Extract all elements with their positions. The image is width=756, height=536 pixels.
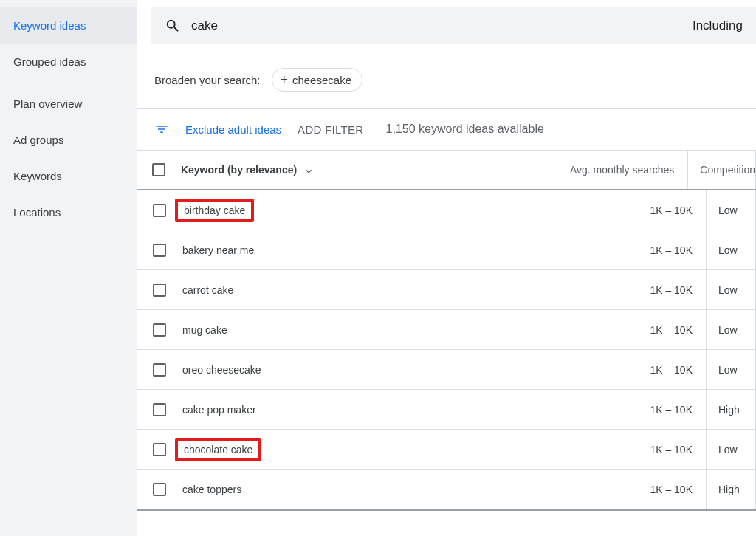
header-avg[interactable]: Avg. monthly searches bbox=[467, 151, 688, 189]
table-row: cake toppers1K – 10KHigh bbox=[137, 470, 756, 509]
avg-searches-cell: 1K – 10K bbox=[478, 270, 707, 309]
table-header: Keyword (by relevance) Avg. monthly sear… bbox=[137, 151, 756, 190]
including-label[interactable]: Including bbox=[693, 18, 743, 33]
keyword-table: Keyword (by relevance) Avg. monthly sear… bbox=[137, 150, 756, 511]
avg-searches-cell: 1K – 10K bbox=[478, 470, 707, 509]
sidebar-item-grouped-ideas[interactable]: Grouped ideas bbox=[0, 44, 137, 80]
sidebar-item-plan-overview[interactable]: Plan overview bbox=[0, 86, 137, 122]
table-row: birthday cake1K – 10KLow bbox=[137, 190, 756, 230]
search-icon bbox=[165, 18, 181, 34]
table-row: chocolate cake1K – 10KLow bbox=[137, 430, 756, 470]
competition-cell: Low bbox=[707, 350, 756, 389]
keyword-cell[interactable]: chocolate cake bbox=[175, 438, 261, 461]
broaden-label: Broaden your search: bbox=[154, 74, 260, 86]
header-competition[interactable]: Competition bbox=[688, 151, 756, 189]
competition-cell: Low bbox=[707, 230, 756, 269]
chip-label: cheesecake bbox=[292, 74, 351, 86]
row-checkbox[interactable] bbox=[153, 403, 166, 416]
table-body: birthday cake1K – 10KLowbakery near me1K… bbox=[137, 190, 756, 509]
row-checkbox[interactable] bbox=[153, 443, 166, 456]
table-row: cake pop maker1K – 10KHigh bbox=[137, 390, 756, 430]
filter-icon[interactable] bbox=[154, 122, 169, 137]
row-checkbox[interactable] bbox=[153, 284, 166, 297]
competition-cell: Low bbox=[707, 430, 756, 469]
arrow-down-icon bbox=[303, 164, 315, 176]
exclude-adult-link[interactable]: Exclude adult ideas bbox=[185, 123, 281, 136]
select-all-checkbox[interactable] bbox=[152, 163, 165, 176]
filters-row: Exclude adult ideas ADD FILTER 1,150 key… bbox=[137, 109, 756, 150]
competition-cell: Low bbox=[707, 310, 756, 349]
competition-cell: High bbox=[707, 470, 756, 509]
avg-searches-cell: 1K – 10K bbox=[478, 310, 707, 349]
sidebar-item-keywords[interactable]: Keywords bbox=[0, 158, 137, 194]
avg-searches-cell: 1K – 10K bbox=[478, 390, 707, 429]
search-bar: Including bbox=[151, 7, 756, 44]
sidebar-item-keyword-ideas[interactable]: Keyword ideas bbox=[0, 7, 137, 44]
keyword-cell[interactable]: oreo cheesecake bbox=[182, 364, 261, 376]
avg-searches-cell: 1K – 10K bbox=[478, 190, 707, 230]
sidebar-item-ad-groups[interactable]: Ad groups bbox=[0, 122, 137, 158]
keyword-cell[interactable]: cake toppers bbox=[182, 484, 241, 495]
header-keyword-label: Keyword (by relevance) bbox=[181, 164, 297, 176]
sidebar-item-locations[interactable]: Locations bbox=[0, 194, 137, 230]
add-filter-button[interactable]: ADD FILTER bbox=[298, 123, 363, 136]
table-row: carrot cake1K – 10KLow bbox=[137, 270, 756, 310]
keyword-cell[interactable]: mug cake bbox=[182, 324, 227, 336]
search-input[interactable] bbox=[191, 18, 682, 33]
table-row: oreo cheesecake1K – 10KLow bbox=[137, 350, 756, 390]
competition-cell: Low bbox=[707, 270, 756, 309]
sidebar: Keyword ideas Grouped ideas Plan overvie… bbox=[0, 0, 137, 536]
row-checkbox[interactable] bbox=[153, 204, 166, 217]
main-panel: Including Broaden your search: + cheesec… bbox=[137, 0, 756, 536]
competition-cell: Low bbox=[707, 190, 756, 230]
keyword-cell[interactable]: bakery near me bbox=[182, 244, 254, 256]
broaden-chip-cheesecake[interactable]: + cheesecake bbox=[272, 68, 362, 92]
row-checkbox[interactable] bbox=[153, 483, 166, 496]
row-checkbox[interactable] bbox=[153, 323, 166, 337]
table-row: mug cake1K – 10KLow bbox=[137, 310, 756, 350]
competition-cell: High bbox=[707, 390, 756, 429]
keyword-cell[interactable]: birthday cake bbox=[175, 199, 254, 222]
broaden-row: Broaden your search: + cheesecake bbox=[137, 52, 756, 109]
header-keyword[interactable]: Keyword (by relevance) bbox=[181, 164, 467, 176]
keyword-cell[interactable]: carrot cake bbox=[182, 284, 233, 296]
row-checkbox[interactable] bbox=[153, 363, 166, 377]
row-checkbox[interactable] bbox=[153, 244, 166, 257]
keyword-cell[interactable]: cake pop maker bbox=[182, 404, 256, 416]
avg-searches-cell: 1K – 10K bbox=[478, 430, 707, 469]
avg-searches-cell: 1K – 10K bbox=[478, 230, 707, 269]
table-row: bakery near me1K – 10KLow bbox=[137, 230, 756, 270]
ideas-count: 1,150 keyword ideas available bbox=[386, 123, 544, 136]
avg-searches-cell: 1K – 10K bbox=[478, 350, 707, 389]
plus-icon: + bbox=[280, 73, 288, 86]
